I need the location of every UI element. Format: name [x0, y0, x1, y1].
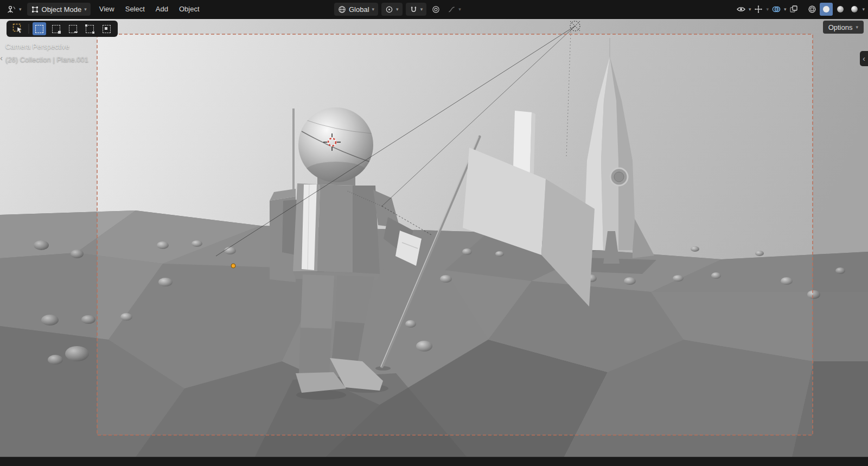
select-mode-extend-button[interactable] — [49, 22, 63, 35]
mode-selector-label: Object Mode — [42, 5, 82, 14]
mode-selector[interactable]: Object Mode ▾ — [27, 3, 91, 16]
select-mode-intersect-button[interactable] — [100, 22, 113, 35]
select-mode-subtract-button[interactable] — [66, 22, 80, 35]
shading-material-button[interactable] — [834, 3, 847, 16]
proportional-editing-button[interactable] — [430, 3, 442, 16]
object-mode-icon — [31, 5, 39, 14]
chevron-down-icon: ▾ — [458, 7, 461, 12]
select-set-icon — [35, 25, 43, 33]
pivot-point-button[interactable]: ▾ — [381, 3, 403, 16]
wireframe-shading-icon — [808, 5, 816, 14]
chevron-down-icon: ▾ — [396, 7, 399, 12]
menu-add[interactable]: Add — [150, 0, 174, 18]
options-dropdown-button[interactable]: Options ▾ — [823, 21, 864, 34]
show-overlays-button[interactable] — [770, 3, 783, 16]
proportional-falloff-button[interactable]: ▾ — [445, 3, 463, 16]
solid-shading-icon — [822, 5, 831, 14]
shading-wireframe-button[interactable] — [806, 3, 819, 16]
overlays-icon — [771, 5, 781, 14]
viewport-scene — [0, 18, 868, 457]
select-subtract-icon — [69, 25, 77, 33]
tool-settings-bar — [7, 21, 118, 37]
menu-view[interactable]: View — [94, 0, 120, 18]
select-intersect-icon — [103, 25, 111, 33]
chevron-down-icon: ▾ — [862, 7, 865, 12]
select-invert-icon — [86, 25, 94, 33]
select-box-tool-icon — [12, 23, 23, 34]
chevron-down-icon: ▾ — [84, 7, 87, 12]
select-extend-icon — [52, 25, 60, 33]
active-tool-select-box-button[interactable] — [11, 22, 25, 35]
shading-rendered-button[interactable] — [848, 3, 861, 16]
magnet-icon — [410, 5, 418, 14]
toggle-xray-button[interactable] — [787, 3, 800, 16]
chevron-down-icon: ▾ — [749, 7, 751, 12]
viewport-header: ▾ Object Mode ▾ View Select Add Object — [0, 0, 868, 19]
pivot-point-icon — [385, 5, 393, 14]
chevron-down-icon: ▾ — [856, 25, 858, 30]
chevron-down-icon: ▾ — [372, 7, 375, 12]
rendered-shading-icon — [850, 5, 859, 14]
globe-icon — [338, 5, 346, 14]
xray-icon — [789, 5, 798, 14]
menu-select[interactable]: Select — [120, 0, 150, 18]
transform-orientation-selector[interactable]: Global ▾ — [334, 3, 378, 16]
object-origin-dot[interactable] — [231, 264, 235, 268]
toolbar-panel-toggle[interactable]: ‹ — [0, 51, 7, 65]
show-gizmo-button[interactable] — [752, 3, 765, 16]
gizmo-icon — [754, 5, 763, 14]
3d-viewport-editor-icon — [7, 5, 16, 14]
chevron-down-icon: ▾ — [19, 7, 22, 12]
material-preview-shading-icon — [836, 5, 845, 14]
chevron-down-icon: ▾ — [784, 7, 787, 12]
select-mode-set-button[interactable] — [33, 22, 46, 35]
chevron-down-icon: ▾ — [420, 7, 423, 12]
snap-button[interactable]: ▾ — [406, 3, 427, 16]
sidebar-panel-toggle[interactable]: ‹ — [860, 51, 868, 66]
orientation-label: Global — [349, 5, 369, 14]
menu-object[interactable]: Object — [174, 0, 205, 18]
options-label: Options — [828, 23, 853, 31]
proportional-editing-icon — [432, 5, 440, 14]
bottom-editor-strip — [0, 457, 868, 466]
falloff-curve-icon — [448, 5, 456, 14]
chevron-down-icon: ▾ — [766, 7, 769, 12]
eye-icon — [736, 5, 746, 14]
select-mode-invert-button[interactable] — [83, 22, 97, 35]
3d-viewport[interactable]: Camera Perspective (26) Collection | Pla… — [0, 18, 868, 457]
shading-solid-button[interactable] — [820, 3, 833, 16]
editor-type-button[interactable]: ▾ — [4, 3, 24, 16]
object-visibility-button[interactable] — [735, 3, 748, 16]
header-menus: View Select Add Object — [94, 0, 205, 18]
